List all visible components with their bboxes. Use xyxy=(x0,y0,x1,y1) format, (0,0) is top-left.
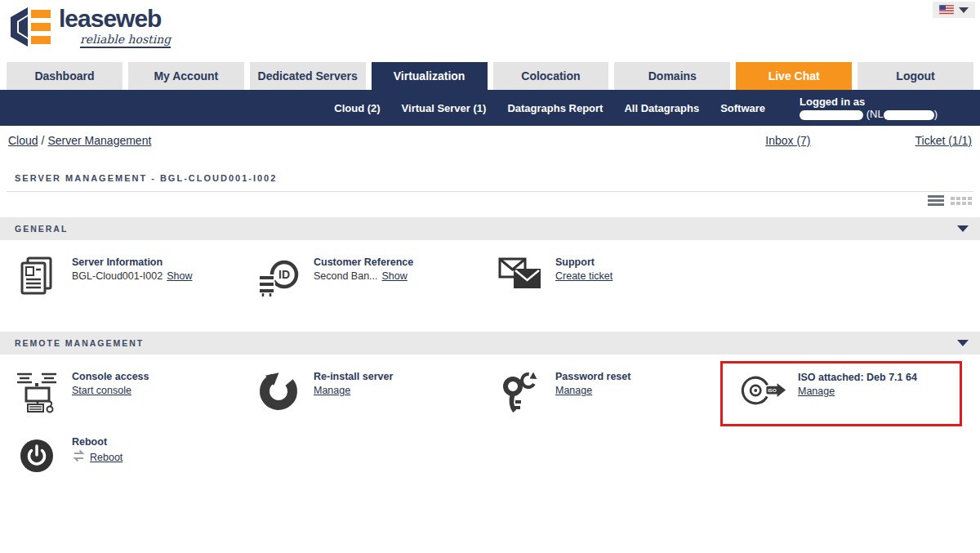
manage-password-reset-link[interactable]: Manage xyxy=(555,385,592,396)
view-toggles xyxy=(0,192,980,207)
manage-iso-link[interactable]: Manage xyxy=(798,386,835,397)
tile-title: Password reset xyxy=(555,371,630,382)
svg-text:ISO: ISO xyxy=(768,387,777,393)
manage-reinstall-link[interactable]: Manage xyxy=(314,385,350,396)
leaseweb-logo-icon xyxy=(8,7,52,47)
section-title: REMOTE MANAGEMENT xyxy=(15,338,144,348)
redacted-account-number xyxy=(884,110,934,120)
iso-disc-icon: ISO xyxy=(739,372,786,409)
breadcrumb-server-management-link[interactable]: Server Management xyxy=(47,134,151,147)
language-selector[interactable] xyxy=(933,2,975,18)
tile-title: Re-install server xyxy=(314,371,393,382)
brand-tagline: reliable hosting xyxy=(80,33,171,48)
start-console-link[interactable]: Start console xyxy=(72,385,131,396)
tile-customer-reference: ID Customer Reference Second Ban... Show xyxy=(248,256,490,297)
us-flag-icon xyxy=(939,5,954,15)
tile-support: Support Create ticket xyxy=(490,256,732,297)
tile-title: Customer Reference xyxy=(314,256,413,268)
console-icon xyxy=(13,371,60,415)
grid-view-icon[interactable] xyxy=(951,197,972,205)
power-icon xyxy=(13,436,60,475)
section-header-remote-management[interactable]: REMOTE MANAGEMENT xyxy=(0,332,980,355)
tile-reboot: Reboot Reboot xyxy=(7,436,248,475)
subnav-item-cloud[interactable]: Cloud (2) xyxy=(334,102,380,114)
section-header-general[interactable]: GENERAL xyxy=(0,217,980,240)
breadcrumb: Cloud/Server Management xyxy=(8,134,765,147)
tab-my-account[interactable]: My Account xyxy=(128,62,244,90)
id-badge-icon: ID xyxy=(255,256,302,297)
create-ticket-link[interactable]: Create ticket xyxy=(555,270,612,282)
brand-name: leaseweb xyxy=(59,7,171,31)
breadcrumb-row: Cloud/Server Management Inbox (7) Ticket… xyxy=(0,126,980,152)
chevron-down-icon xyxy=(959,7,969,13)
subnav-item-datagraphs-report[interactable]: Datagraphs Report xyxy=(507,102,603,114)
tile-title: Server Information xyxy=(72,256,192,268)
breadcrumb-cloud-link[interactable]: Cloud xyxy=(8,134,38,147)
tab-virtualization[interactable]: Virtualization xyxy=(372,62,488,90)
svg-text:ID: ID xyxy=(278,268,290,281)
server-id-text: BGL-Cloud001-I002 xyxy=(72,270,163,282)
tab-colocation[interactable]: Colocation xyxy=(493,62,609,90)
tab-logout[interactable]: Logout xyxy=(858,62,973,90)
account-open: (NL xyxy=(866,108,884,120)
key-icon xyxy=(497,371,544,415)
page-title: SERVER MANAGEMENT - BGL-CLOUD001-I002 xyxy=(15,173,980,183)
ticket-link[interactable]: Ticket (1/1) xyxy=(915,134,973,147)
general-tiles: Server Information BGL-Cloud001-I002 Sho… xyxy=(0,240,980,322)
subnav-item-software[interactable]: Software xyxy=(720,102,765,114)
reinstall-icon xyxy=(255,371,302,412)
header: leaseweb reliable hosting xyxy=(0,0,980,62)
tile-password-reset: Password reset Manage xyxy=(490,371,732,415)
tab-dashboard[interactable]: Dashboard xyxy=(7,62,122,90)
empty-cell xyxy=(732,256,973,297)
inbox-link[interactable]: Inbox (7) xyxy=(765,134,810,147)
tile-console-access: Console access Start console xyxy=(7,371,248,415)
document-icon xyxy=(13,256,60,296)
refresh-icon xyxy=(72,450,86,464)
remote-management-tiles: Console access Start console Re-install … xyxy=(0,355,980,500)
tile-title: ISO attached: Deb 7.1 64 xyxy=(798,372,917,383)
logged-in-label: Logged in as xyxy=(800,96,938,108)
show-customer-reference-link[interactable]: Show xyxy=(382,270,408,282)
subnav-item-all-datagraphs[interactable]: All Datagraphs xyxy=(624,102,699,114)
tile-title: Reboot xyxy=(72,436,122,448)
main-navbar: Dashboard My Account Dedicated Servers V… xyxy=(0,62,980,90)
subnav-links: Cloud (2) Virtual Server (1) Datagraphs … xyxy=(334,102,765,114)
redacted-username xyxy=(800,110,863,120)
tile-title: Support xyxy=(555,256,612,268)
account-close: ) xyxy=(934,108,938,120)
tab-domains[interactable]: Domains xyxy=(614,62,730,90)
chevron-down-icon xyxy=(957,340,969,346)
customer-reference-text: Second Ban... xyxy=(314,270,378,282)
empty-cell xyxy=(732,436,973,475)
show-server-info-link[interactable]: Show xyxy=(167,270,192,282)
account-line: (NL) xyxy=(800,108,938,120)
mail-icon xyxy=(497,256,544,291)
list-view-icon[interactable] xyxy=(928,195,944,206)
tile-iso-attached: ISO ISO attached: Deb 7.1 64 Manage xyxy=(720,361,962,426)
logged-in-info: Logged in as (NL) xyxy=(800,96,938,120)
tile-reinstall-server: Re-install server Manage xyxy=(248,371,490,415)
leaseweb-logo[interactable]: leaseweb reliable hosting xyxy=(8,7,171,48)
chevron-down-icon xyxy=(957,225,969,232)
empty-cell xyxy=(248,436,490,475)
subnav-bar: Cloud (2) Virtual Server (1) Datagraphs … xyxy=(0,90,980,126)
reboot-link[interactable]: Reboot xyxy=(90,452,122,463)
tile-server-information: Server Information BGL-Cloud001-I002 Sho… xyxy=(7,256,248,297)
section-title: GENERAL xyxy=(15,224,68,234)
tab-dedicated-servers[interactable]: Dedicated Servers xyxy=(250,62,366,90)
tile-title: Console access xyxy=(72,371,149,382)
subnav-item-virtual-server[interactable]: Virtual Server (1) xyxy=(402,102,487,114)
breadcrumb-separator: / xyxy=(42,134,45,147)
empty-cell xyxy=(490,436,732,475)
tab-live-chat[interactable]: Live Chat xyxy=(736,62,852,90)
